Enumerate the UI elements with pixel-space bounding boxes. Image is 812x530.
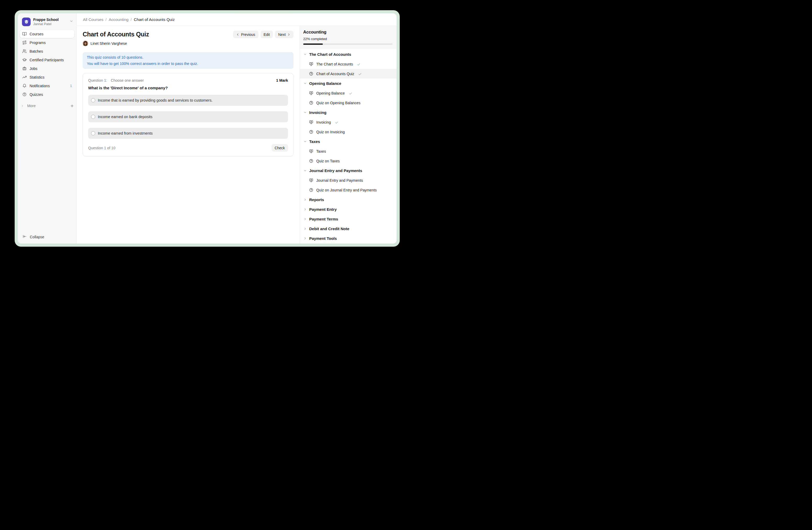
user-name: Jannat Patel — [33, 22, 67, 26]
outline-lesson-taxes[interactable]: Taxes — [300, 147, 396, 156]
quiz-icon — [309, 159, 314, 163]
workspace-switcher[interactable]: Frappe School Jannat Patel — [18, 13, 76, 26]
graduation-cap-icon — [22, 58, 27, 62]
course-panel-header: Accounting 22% completed — [300, 26, 396, 48]
bell-icon — [22, 84, 27, 88]
add-item-button[interactable] — [70, 104, 74, 108]
chevron-right-icon — [287, 33, 290, 36]
sidebar-item-courses[interactable]: Courses — [20, 30, 74, 38]
question-text: What is the 'Direct Income' of a company… — [88, 86, 288, 90]
chevron-right-icon — [303, 198, 307, 201]
chapter-title: Journal Entry and Payments — [309, 168, 362, 173]
question-number-label: Question 1: — [88, 78, 107, 83]
sidebar-spacer — [18, 110, 76, 231]
outline-chapter-payment-tools[interactable]: Payment Tools — [300, 234, 396, 243]
sidebar-item-notifications[interactable]: Notifications1 — [20, 82, 74, 90]
outline-chapter-reports[interactable]: Reports — [300, 195, 396, 205]
quiz-icon — [309, 71, 314, 76]
breadcrumb-separator: / — [105, 17, 106, 22]
outline-chapter-payment-entry[interactable]: Payment Entry — [300, 205, 396, 214]
sidebar-item-statistics[interactable]: Statistics — [20, 73, 74, 81]
sidebar-item-certified-participants[interactable]: Certified Participants — [20, 56, 74, 64]
answer-option-2[interactable]: Income earned on bank deposits — [88, 111, 288, 122]
outline-lesson-journal-entry-and-payments[interactable]: Journal Entry and Payments — [300, 176, 396, 185]
chapter-title: Opening Balance — [309, 81, 342, 86]
quiz-icon — [309, 130, 314, 134]
breadcrumb-all-courses[interactable]: All Courses — [83, 17, 103, 22]
chevron-right-icon — [20, 104, 24, 108]
collapse-label: Collapse — [30, 235, 44, 239]
breadcrumb-accounting[interactable]: Accounting — [108, 17, 128, 22]
sidebar-item-jobs[interactable]: Jobs — [20, 65, 74, 72]
video-lesson-icon — [309, 149, 314, 153]
outline-chapter-taxes[interactable]: Taxes — [300, 137, 396, 147]
content-row: Chart of Accounts Quiz Previous Edit — [77, 26, 396, 243]
answer-option-1[interactable]: Income that is earned by providing goods… — [88, 95, 288, 106]
next-button[interactable]: Next — [275, 31, 293, 38]
outline-lesson-quiz-on-invoicing[interactable]: Quiz on Invoicing — [300, 127, 396, 137]
sidebar-item-label: Batches — [30, 49, 43, 53]
radio-button[interactable] — [91, 115, 95, 119]
sidebar-item-label: Statistics — [30, 75, 44, 79]
chevron-down-icon — [303, 111, 307, 114]
chapter-title: Taxes — [309, 139, 320, 144]
answer-option-3[interactable]: Income earned from investments — [88, 128, 288, 139]
radio-button[interactable] — [91, 98, 95, 102]
outline-lesson-chart-of-accounts-quiz[interactable]: Chart of Accounts Quiz — [300, 69, 396, 79]
check-button[interactable]: Check — [272, 144, 288, 152]
edit-button[interactable]: Edit — [261, 31, 273, 38]
quiz-icon — [309, 188, 314, 192]
outline-chapter-journal-entry-and-payments[interactable]: Journal Entry and Payments — [300, 166, 396, 176]
chevron-down-icon — [303, 53, 307, 56]
radio-button[interactable] — [91, 131, 95, 135]
chevron-down-icon — [70, 19, 73, 24]
briefcase-icon — [22, 66, 27, 71]
answer-option-label: Income earned on bank deposits — [98, 115, 153, 119]
completed-check-icon — [358, 72, 362, 76]
question-marks: 1 Mark — [276, 78, 288, 83]
question-card: Question 1: Choose one answer 1 Mark Wha… — [83, 73, 293, 156]
lesson-title: Quiz on Opening Balances — [316, 101, 361, 105]
outline-chapter-invoicing[interactable]: Invoicing — [300, 108, 396, 117]
frappe-school-app: Frappe School Jannat Patel CoursesProgra… — [18, 13, 396, 243]
sidebar-item-label: Notifications — [30, 84, 50, 88]
more-label: More — [27, 104, 35, 108]
outline-chapter-opening-balance[interactable]: Opening Balance — [300, 79, 396, 88]
video-lesson-icon — [309, 178, 314, 182]
notice-line-1: This quiz consists of 10 questions. — [87, 54, 289, 60]
sidebar-item-label: Programs — [30, 41, 46, 45]
sidebar-item-label: Courses — [30, 32, 43, 36]
course-title: Accounting — [303, 30, 392, 34]
outline-lesson-the-chart-of-accounts[interactable]: The Chart of Accounts — [300, 59, 396, 69]
options-list: Income that is earned by providing goods… — [88, 95, 288, 139]
video-lesson-icon — [309, 120, 314, 124]
previous-button[interactable]: Previous — [233, 31, 258, 38]
collapse-sidebar-button[interactable]: Collapse — [18, 231, 76, 243]
sidebar-item-programs[interactable]: Programs — [20, 39, 74, 46]
outline-lesson-quiz-on-taxes[interactable]: Quiz on Taxes — [300, 156, 396, 166]
course-progress-fill — [303, 43, 323, 45]
breadcrumb-separator: / — [131, 17, 132, 22]
app-window: Frappe School Jannat Patel CoursesProgra… — [15, 10, 400, 247]
outline-lesson-invoicing[interactable]: Invoicing — [300, 117, 396, 127]
outline-lesson-opening-balance[interactable]: Opening Balance — [300, 88, 396, 98]
lesson-title: Opening Balance — [316, 91, 345, 95]
answer-option-label: Income that is earned by providing goods… — [98, 98, 213, 102]
chapter-title: Payment Entry — [309, 207, 337, 212]
title-row: Chart of Accounts Quiz Previous Edit — [83, 31, 293, 38]
course-progress-text: 22% completed — [303, 37, 392, 41]
outline-chapter-the-chart-of-accounts[interactable]: The Chart of Accounts — [300, 50, 396, 59]
sidebar-item-more[interactable]: More — [18, 102, 76, 110]
sidebar-item-quizzes[interactable]: Quizzes — [20, 90, 74, 98]
chevron-down-icon — [303, 169, 307, 172]
app-body: All Courses/Accounting/Chart of Accounts… — [77, 13, 396, 243]
outline-lesson-quiz-on-journal-entry-and-payments[interactable]: Quiz on Journal Entry and Payments — [300, 185, 396, 195]
outline-lesson-quiz-on-opening-balances[interactable]: Quiz on Opening Balances — [300, 98, 396, 108]
outline-chapter-debit-and-credit-note[interactable]: Debit and Credit Note — [300, 224, 396, 234]
chevron-down-icon — [303, 140, 307, 143]
desktop-background: Frappe School Jannat Patel CoursesProgra… — [0, 0, 406, 265]
chapter-title: Payment Terms — [309, 217, 338, 221]
outline-chapter-payment-terms[interactable]: Payment Terms — [300, 214, 396, 224]
help-circle-icon — [22, 92, 27, 97]
sidebar-item-batches[interactable]: Batches — [20, 47, 74, 55]
